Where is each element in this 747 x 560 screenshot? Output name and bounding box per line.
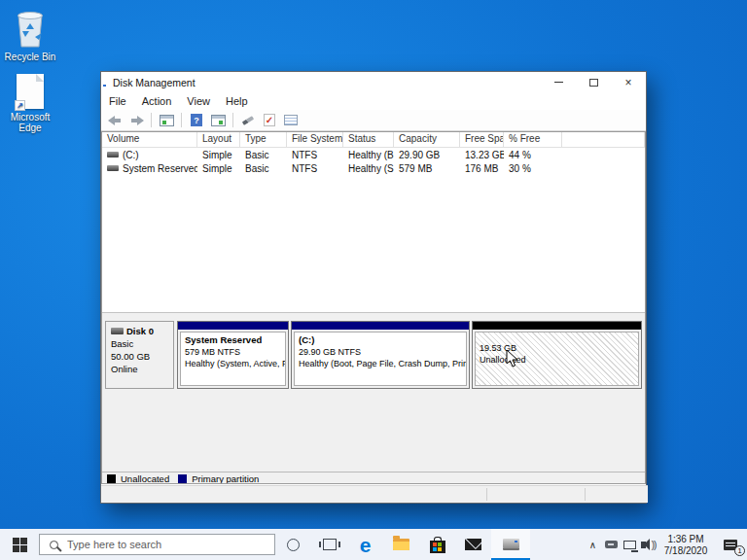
partition-system-reserved[interactable]: System Reserved 579 MB NTFS Healthy (Sys… — [177, 321, 289, 389]
taskbar: e ∧ )) 1:36 PM 7/18/2020 1 — [0, 529, 747, 560]
volume-name: (C:) — [123, 150, 139, 160]
cortana-icon — [287, 539, 300, 551]
column-header-volume[interactable]: Volume — [102, 132, 197, 147]
tray-chevron-button[interactable]: ∧ — [584, 529, 602, 560]
notification-badge: 1 — [734, 545, 745, 556]
tool-button[interactable] — [239, 112, 257, 129]
status-bar-divider — [585, 488, 586, 501]
clock-time: 1:36 PM — [658, 534, 714, 545]
show-console-tree-button[interactable] — [158, 112, 175, 129]
disk-status: Online — [111, 363, 173, 375]
volume-file-system: NTFS — [287, 163, 343, 174]
disk-management-taskbar-button[interactable] — [491, 529, 530, 560]
properties-icon — [284, 115, 298, 125]
legend-bar: Unallocated Primary partition — [102, 472, 645, 484]
minimize-button[interactable] — [541, 72, 576, 92]
search-icon — [50, 541, 58, 549]
volume-pct-free: 30 % — [504, 163, 562, 174]
volume-row-c[interactable]: (C:) Simple Basic NTFS Healthy (B... 29.… — [102, 148, 645, 161]
status-bar-divider — [486, 488, 487, 501]
start-button[interactable] — [0, 529, 39, 560]
menu-view[interactable]: View — [179, 92, 218, 110]
column-header-pct-free[interactable]: % Free — [504, 132, 562, 147]
column-header-file-system[interactable]: File System — [287, 132, 343, 147]
partition-size: 29.90 GB NTFS — [299, 346, 462, 358]
tray-volume-button[interactable]: )) — [639, 529, 658, 560]
desktop-icon-label: Microsoft Edge — [2, 112, 58, 133]
edge-button[interactable]: e — [347, 529, 383, 560]
edge-shortcut-icon: ↗ — [2, 74, 58, 109]
legend-primary-swatch — [178, 474, 187, 483]
back-icon — [108, 116, 123, 125]
action-pane-icon — [211, 115, 226, 126]
action-center-button[interactable]: 1 — [714, 529, 747, 560]
task-view-button[interactable] — [311, 529, 347, 560]
volume-capacity: 29.90 GB — [394, 150, 460, 160]
menu-file[interactable]: File — [101, 92, 134, 110]
mail-button[interactable] — [455, 529, 491, 560]
cortana-button[interactable] — [275, 529, 311, 560]
partition-c[interactable]: (C:) 29.90 GB NTFS Healthy (Boot, Page F… — [291, 321, 470, 389]
column-header-type[interactable]: Type — [240, 132, 287, 147]
network-icon — [623, 541, 636, 549]
disk-0-header-panel[interactable]: Disk 0 Basic 50.00 GB Online — [105, 321, 174, 389]
disk-graphical-view: Disk 0 Basic 50.00 GB Online System Rese… — [102, 312, 645, 472]
disk-icon — [111, 328, 124, 334]
volume-free-space: 176 MB — [460, 163, 504, 174]
column-header-status[interactable]: Status — [343, 132, 394, 147]
taskbar-search[interactable] — [39, 534, 275, 555]
column-header-capacity[interactable]: Capacity — [394, 132, 460, 147]
chevron-up-icon: ∧ — [589, 540, 596, 550]
show-action-pane-button[interactable] — [209, 112, 227, 129]
partition-name: (C:) — [299, 334, 462, 346]
volume-list-header: Volume Layout Type File System Status Ca… — [102, 132, 645, 148]
legend-unallocated-label: Unallocated — [121, 473, 169, 484]
forward-button[interactable] — [127, 112, 145, 129]
volume-capacity: 579 MB — [394, 163, 460, 174]
column-header-layout[interactable]: Layout — [197, 132, 240, 147]
system-tray: ∧ )) 1:36 PM 7/18/2020 1 — [584, 529, 747, 560]
taskbar-clock[interactable]: 1:36 PM 7/18/2020 — [658, 533, 714, 557]
file-explorer-icon — [393, 539, 409, 550]
menu-help[interactable]: Help — [218, 92, 256, 110]
title-bar: Disk Management × — [101, 72, 646, 92]
column-header-free-space[interactable]: Free Spa... — [460, 132, 504, 147]
properties-button[interactable] — [282, 112, 300, 129]
tray-hardware-button[interactable] — [602, 529, 621, 560]
status-bar — [101, 485, 648, 503]
volume-name: System Reserved — [123, 163, 197, 174]
partition-size: 579 MB NTFS — [185, 346, 281, 358]
disk-management-icon — [503, 539, 519, 548]
partition-unallocated[interactable]: 19.53 GB Unallocated — [472, 321, 642, 389]
menu-action[interactable]: Action — [134, 92, 180, 110]
close-button[interactable]: × — [611, 72, 646, 92]
store-icon — [430, 541, 445, 553]
menu-bar: File Action View Help — [101, 92, 646, 110]
task-view-icon — [323, 539, 337, 550]
maximize-button[interactable] — [576, 72, 611, 92]
desktop-icon-recycle-bin[interactable]: Recycle Bin — [2, 8, 58, 62]
legend-primary-label: Primary partition — [192, 473, 259, 484]
file-explorer-button[interactable] — [383, 529, 419, 560]
volume-icon — [107, 152, 119, 158]
partition-name: System Reserved — [185, 334, 281, 346]
search-input[interactable] — [67, 539, 252, 550]
close-icon: × — [624, 77, 631, 88]
mail-icon — [465, 539, 481, 550]
unallocated-color-bar — [473, 322, 641, 330]
volume-layout: Simple — [197, 163, 240, 174]
help-button[interactable]: ? — [188, 112, 205, 129]
disk-size: 50.00 GB — [111, 350, 173, 363]
check-document-icon: ✓ — [264, 114, 275, 126]
tray-network-button[interactable] — [621, 529, 639, 560]
desktop-icon-microsoft-edge[interactable]: ↗ Microsoft Edge — [2, 74, 58, 133]
store-button[interactable] — [419, 529, 455, 560]
back-button[interactable] — [106, 112, 124, 129]
rescan-button[interactable]: ✓ — [261, 112, 278, 129]
column-header-filler — [562, 132, 645, 147]
volume-row-system-reserved[interactable]: System Reserved Simple Basic NTFS Health… — [102, 161, 645, 175]
safely-remove-hardware-icon — [605, 541, 618, 548]
console-content: Volume Layout Type File System Status Ca… — [101, 131, 646, 484]
volume-type: Basic — [240, 163, 287, 174]
help-icon: ? — [191, 114, 202, 126]
